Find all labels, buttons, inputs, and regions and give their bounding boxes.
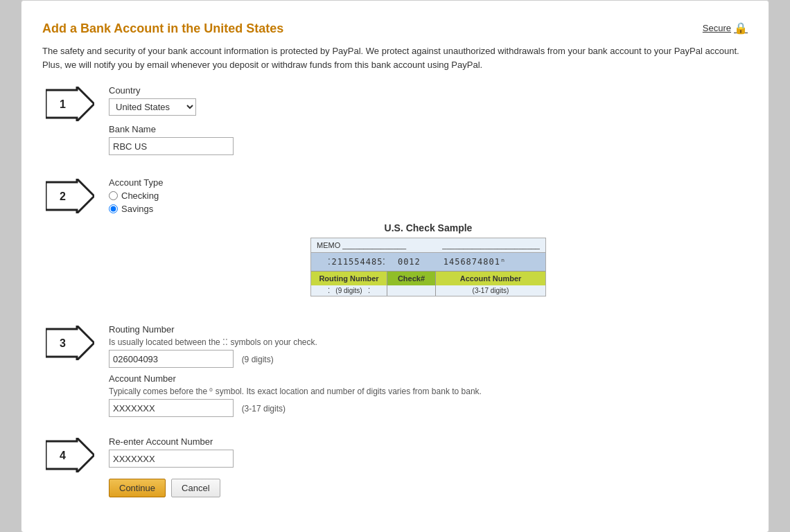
check-labels-row: Routing Number Check# Account Number: [311, 271, 545, 285]
checking-radio[interactable]: [109, 191, 118, 200]
savings-radio-label[interactable]: Savings: [109, 204, 748, 214]
svg-marker-4: [46, 326, 94, 360]
step-1-arrow: 1: [42, 87, 98, 121]
country-field-row: Country United States: [109, 85, 748, 116]
checking-radio-label[interactable]: Checking: [109, 190, 748, 201]
routing-digits-marker-left: ⁚: [328, 287, 330, 294]
reenter-field-row: Re-enter Account Number: [109, 436, 748, 468]
routing-label: Routing Number: [311, 272, 387, 285]
account-type-field-row: Account Type Checking Savings: [109, 177, 748, 214]
check-digits: [387, 285, 436, 296]
page-title: Add a Bank Account in the United States: [42, 21, 748, 36]
account-label: Account Number: [436, 272, 545, 285]
svg-marker-6: [46, 438, 94, 472]
step-2-fields: Account Type Checking Savings U.S. Check…: [109, 177, 748, 310]
svg-text:4: 4: [60, 450, 66, 461]
button-row: Continue Cancel: [109, 479, 748, 497]
routing-digits-hint: (9 digits): [242, 355, 274, 364]
routing-field-row: Routing Number Is usually located betwee…: [109, 324, 748, 368]
checking-label: Checking: [121, 190, 159, 201]
routing-digits-marker-right: ⁚: [368, 287, 370, 294]
arrow-2-icon: 2: [46, 179, 94, 213]
account-type-label: Account Type: [109, 177, 748, 188]
account-type-radio-group: Checking Savings: [109, 190, 748, 214]
step-4-section: 4 Re-enter Account Number Continue Cance…: [42, 436, 748, 497]
cancel-button[interactable]: Cancel: [171, 479, 220, 497]
account-number-input[interactable]: [109, 399, 234, 417]
savings-radio[interactable]: [109, 204, 118, 213]
step-4-arrow: 4: [42, 438, 98, 472]
secure-badge[interactable]: Secure 🔒: [703, 21, 748, 35]
bank-name-label: Bank Name: [109, 124, 748, 134]
account-hint: Typically comes before the ⁰ symbol. Its…: [109, 387, 748, 396]
account-number-field-row: Account Number Typically comes before th…: [109, 373, 748, 417]
routing-number-input[interactable]: [109, 350, 234, 368]
check-top: MEMO _______________ ___________________…: [311, 238, 545, 253]
check-digits-row: ⁚ (9 digits) ⁚ (3-17 digits): [311, 285, 545, 296]
check-sample-title: U.S. Check Sample: [385, 222, 473, 233]
check-sig-line: _______________________: [442, 241, 540, 249]
bank-name-input[interactable]: [109, 137, 234, 155]
page-description: The safety and security of your bank acc…: [42, 44, 748, 71]
svg-marker-2: [46, 179, 94, 213]
routing-hint: Is usually located between the ⁚⁚ symbol…: [109, 337, 748, 347]
step-1-section: 1 Country United States Bank Name: [42, 85, 748, 163]
bank-name-field-row: Bank Name: [109, 124, 748, 155]
svg-text:3: 3: [60, 337, 66, 349]
secure-label: Secure: [703, 23, 731, 33]
lock-icon: 🔒: [734, 21, 748, 35]
step-2-section: 2 Account Type Checking Savings: [42, 177, 748, 310]
check-numbers-row: ⁚211554485⁚ 0012 1456874801ⁿ: [311, 253, 545, 271]
reenter-account-input[interactable]: [109, 450, 234, 468]
country-select[interactable]: United States: [109, 98, 196, 116]
step-3-fields: Routing Number Is usually located betwee…: [109, 324, 748, 423]
check-diagram: MEMO _______________ ___________________…: [310, 238, 546, 296]
routing-number-label: Routing Number: [109, 324, 748, 335]
country-label: Country: [109, 85, 748, 96]
memo-label: MEMO _______________: [317, 241, 406, 249]
continue-button[interactable]: Continue: [109, 479, 166, 497]
svg-text:2: 2: [60, 190, 66, 202]
check-sample-container: U.S. Check Sample MEMO _______________ _…: [109, 222, 748, 296]
savings-label: Savings: [121, 204, 153, 214]
account-digits: (3-17 digits): [436, 285, 545, 296]
arrow-1-icon: 1: [46, 87, 94, 121]
arrow-4-icon: 4: [46, 438, 94, 472]
step-3-section: 3 Routing Number Is usually located betw…: [42, 324, 748, 423]
svg-text:1: 1: [60, 98, 66, 110]
step-3-arrow: 3: [42, 326, 98, 360]
account-number-label: Account Number: [109, 373, 748, 384]
reenter-label: Re-enter Account Number: [109, 436, 748, 447]
main-container: Secure 🔒 Add a Bank Account in the Unite…: [21, 0, 769, 532]
step-2-arrow: 2: [42, 179, 98, 213]
check-label: Check#: [387, 272, 436, 285]
routing-digits: ⁚ (9 digits) ⁚: [311, 285, 387, 296]
step-1-fields: Country United States Bank Name: [109, 85, 748, 163]
routing-digits-text: (9 digits): [335, 287, 362, 294]
svg-marker-0: [46, 87, 94, 121]
step-4-fields: Re-enter Account Number Continue Cancel: [109, 436, 748, 497]
arrow-3-icon: 3: [46, 326, 94, 360]
account-digits-text: (3-17 digits): [473, 287, 509, 294]
account-digits-hint: (3-17 digits): [242, 404, 286, 414]
